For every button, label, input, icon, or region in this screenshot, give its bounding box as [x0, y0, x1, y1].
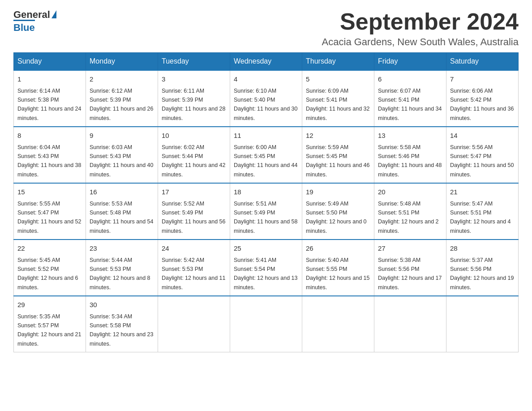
day-number: 15	[17, 187, 82, 197]
location-title: Acacia Gardens, New South Wales, Austral…	[322, 36, 519, 48]
day-info: Sunrise: 5:42 AMSunset: 5:53 PMDaylight:…	[162, 257, 225, 291]
day-cell: 8 Sunrise: 6:04 AMSunset: 5:43 PMDayligh…	[14, 127, 86, 183]
day-number: 21	[450, 187, 515, 197]
day-cell: 29 Sunrise: 5:35 AMSunset: 5:57 PMDaylig…	[14, 296, 86, 352]
day-number: 1	[17, 74, 82, 85]
day-info: Sunrise: 6:12 AMSunset: 5:39 PMDaylight:…	[90, 88, 153, 121]
day-info: Sunrise: 5:44 AMSunset: 5:53 PMDaylight:…	[90, 257, 150, 291]
day-number: 7	[450, 74, 515, 85]
day-number: 8	[17, 131, 82, 141]
day-info: Sunrise: 6:10 AMSunset: 5:40 PMDaylight:…	[234, 88, 297, 121]
day-number: 9	[90, 131, 154, 141]
day-info: Sunrise: 6:00 AMSunset: 5:45 PMDaylight:…	[234, 144, 297, 178]
calendar-table: SundayMondayTuesdayWednesdayThursdayFrid…	[13, 52, 519, 352]
day-cell: 15 Sunrise: 5:55 AMSunset: 5:47 PMDaylig…	[14, 183, 86, 240]
day-number: 22	[17, 244, 82, 254]
day-number: 30	[90, 300, 154, 310]
day-cell: 16 Sunrise: 5:53 AMSunset: 5:48 PMDaylig…	[86, 183, 158, 240]
day-info: Sunrise: 5:35 AMSunset: 5:57 PMDaylight:…	[17, 313, 81, 347]
day-cell: 22 Sunrise: 5:45 AMSunset: 5:52 PMDaylig…	[14, 240, 86, 296]
header-wednesday: Wednesday	[230, 53, 302, 71]
day-cell: 2 Sunrise: 6:12 AMSunset: 5:39 PMDayligh…	[86, 70, 158, 127]
logo-blue-word: Blue	[13, 20, 35, 34]
day-info: Sunrise: 5:52 AMSunset: 5:49 PMDaylight:…	[162, 201, 225, 234]
logo-top-row: General	[13, 9, 56, 21]
page-header: General Blue September 2024 Acacia Garde…	[13, 9, 519, 48]
day-cell: 26 Sunrise: 5:40 AMSunset: 5:55 PMDaylig…	[302, 240, 374, 296]
day-info: Sunrise: 5:51 AMSunset: 5:49 PMDaylight:…	[234, 201, 297, 234]
day-number: 16	[90, 187, 154, 197]
calendar-body: 1 Sunrise: 6:14 AMSunset: 5:38 PMDayligh…	[14, 70, 519, 352]
day-cell: 23 Sunrise: 5:44 AMSunset: 5:53 PMDaylig…	[86, 240, 158, 296]
day-info: Sunrise: 5:45 AMSunset: 5:52 PMDaylight:…	[17, 257, 78, 291]
day-cell: 7 Sunrise: 6:06 AMSunset: 5:42 PMDayligh…	[446, 70, 519, 127]
day-number: 26	[306, 244, 370, 254]
header-saturday: Saturday	[446, 53, 519, 71]
day-number: 10	[162, 131, 226, 141]
day-cell: 14 Sunrise: 5:56 AMSunset: 5:47 PMDaylig…	[446, 127, 519, 183]
day-cell: 19 Sunrise: 5:49 AMSunset: 5:50 PMDaylig…	[302, 183, 374, 240]
day-cell: 27 Sunrise: 5:38 AMSunset: 5:56 PMDaylig…	[374, 240, 446, 296]
day-number: 19	[306, 187, 370, 197]
day-number: 20	[378, 187, 442, 197]
day-info: Sunrise: 5:41 AMSunset: 5:54 PMDaylight:…	[234, 257, 297, 291]
day-cell: 11 Sunrise: 6:00 AMSunset: 5:45 PMDaylig…	[230, 127, 302, 183]
day-cell: 24 Sunrise: 5:42 AMSunset: 5:53 PMDaylig…	[158, 240, 230, 296]
day-info: Sunrise: 5:55 AMSunset: 5:47 PMDaylight:…	[17, 201, 81, 234]
day-cell: 13 Sunrise: 5:58 AMSunset: 5:46 PMDaylig…	[374, 127, 446, 183]
day-number: 13	[378, 131, 442, 141]
day-number: 18	[234, 187, 298, 197]
logo-general-word: General	[13, 9, 50, 21]
day-number: 5	[306, 74, 370, 85]
header-sunday: Sunday	[14, 53, 86, 71]
day-number: 25	[234, 244, 298, 254]
day-cell	[446, 296, 519, 352]
month-title: September 2024	[322, 9, 519, 34]
day-info: Sunrise: 6:09 AMSunset: 5:41 PMDaylight:…	[306, 88, 369, 121]
day-number: 23	[90, 244, 154, 254]
day-info: Sunrise: 6:04 AMSunset: 5:43 PMDaylight:…	[17, 144, 81, 178]
title-section: September 2024 Acacia Gardens, New South…	[322, 9, 519, 48]
day-number: 28	[450, 244, 515, 254]
day-info: Sunrise: 6:14 AMSunset: 5:38 PMDaylight:…	[17, 88, 81, 121]
calendar-header-row: SundayMondayTuesdayWednesdayThursdayFrid…	[14, 53, 519, 71]
week-row-1: 1 Sunrise: 6:14 AMSunset: 5:38 PMDayligh…	[14, 70, 519, 127]
day-number: 11	[234, 131, 298, 141]
week-row-4: 22 Sunrise: 5:45 AMSunset: 5:52 PMDaylig…	[14, 240, 519, 296]
day-number: 6	[378, 74, 442, 85]
day-info: Sunrise: 6:02 AMSunset: 5:44 PMDaylight:…	[162, 144, 225, 178]
day-info: Sunrise: 5:56 AMSunset: 5:47 PMDaylight:…	[450, 144, 514, 178]
day-info: Sunrise: 5:49 AMSunset: 5:50 PMDaylight:…	[306, 201, 367, 234]
day-number: 29	[17, 300, 82, 310]
day-info: Sunrise: 5:48 AMSunset: 5:51 PMDaylight:…	[378, 201, 439, 234]
header-tuesday: Tuesday	[158, 53, 230, 71]
logo: General Blue	[13, 9, 56, 34]
logo-bottom-row: Blue	[13, 20, 35, 34]
header-friday: Friday	[374, 53, 446, 71]
day-number: 27	[378, 244, 442, 254]
day-info: Sunrise: 5:58 AMSunset: 5:46 PMDaylight:…	[378, 144, 442, 178]
day-number: 12	[306, 131, 370, 141]
day-cell: 20 Sunrise: 5:48 AMSunset: 5:51 PMDaylig…	[374, 183, 446, 240]
day-number: 2	[90, 74, 154, 85]
day-info: Sunrise: 5:40 AMSunset: 5:55 PMDaylight:…	[306, 257, 369, 291]
day-cell: 6 Sunrise: 6:07 AMSunset: 5:41 PMDayligh…	[374, 70, 446, 127]
day-cell	[158, 296, 230, 352]
day-number: 3	[162, 74, 226, 85]
day-number: 24	[162, 244, 226, 254]
day-info: Sunrise: 6:07 AMSunset: 5:41 PMDaylight:…	[378, 88, 442, 121]
day-cell: 17 Sunrise: 5:52 AMSunset: 5:49 PMDaylig…	[158, 183, 230, 240]
day-info: Sunrise: 6:06 AMSunset: 5:42 PMDaylight:…	[450, 88, 514, 121]
day-cell	[374, 296, 446, 352]
header-monday: Monday	[86, 53, 158, 71]
day-cell: 5 Sunrise: 6:09 AMSunset: 5:41 PMDayligh…	[302, 70, 374, 127]
day-cell: 18 Sunrise: 5:51 AMSunset: 5:49 PMDaylig…	[230, 183, 302, 240]
day-cell	[302, 296, 374, 352]
week-row-3: 15 Sunrise: 5:55 AMSunset: 5:47 PMDaylig…	[14, 183, 519, 240]
day-cell: 3 Sunrise: 6:11 AMSunset: 5:39 PMDayligh…	[158, 70, 230, 127]
day-cell: 10 Sunrise: 6:02 AMSunset: 5:44 PMDaylig…	[158, 127, 230, 183]
day-cell: 4 Sunrise: 6:10 AMSunset: 5:40 PMDayligh…	[230, 70, 302, 127]
day-cell: 25 Sunrise: 5:41 AMSunset: 5:54 PMDaylig…	[230, 240, 302, 296]
header-thursday: Thursday	[302, 53, 374, 71]
day-info: Sunrise: 5:34 AMSunset: 5:58 PMDaylight:…	[90, 313, 153, 347]
